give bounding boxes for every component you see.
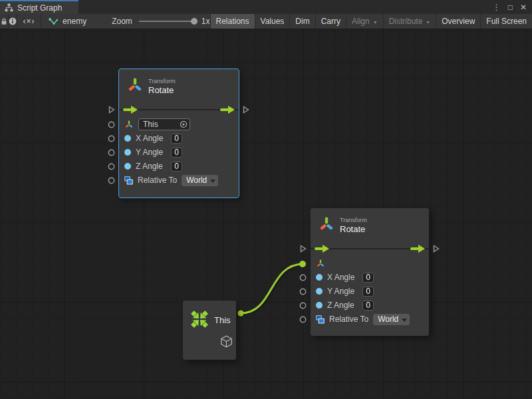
relative-to-row: Relative To World [119,174,239,188]
info-icon [9,17,17,25]
toolbar-button-distribute[interactable]: Distribute ▼ [384,14,437,29]
value-port-dot-icon [316,288,323,295]
y-angle-label: Y Angle [136,148,166,157]
chevron-down-icon: ▼ [426,20,430,25]
target-field-value: This [143,120,180,129]
toolbar-button-relations[interactable]: Relations [211,14,255,29]
transform-icon [316,259,325,269]
button-label: Carry [321,17,340,26]
flow-output-port[interactable] [433,245,440,253]
toolbar-button-carry[interactable]: Carry [316,14,346,29]
flow-input-port[interactable] [108,106,115,114]
rotate-node-2[interactable]: Transform Rotate X Angle [311,208,429,336]
target-input-port[interactable] [108,121,115,128]
y-angle-row: Y Angle 0 [119,146,239,160]
graph-canvas[interactable]: Transform Rotate This [0,29,532,399]
toolbar-button-dim[interactable]: Dim [290,14,315,29]
button-label: Relations [216,17,249,26]
flow-input-port[interactable] [300,245,307,253]
graph-toolbar: ‹×› enemy Zoom 1x Relations Values Dim C… [0,14,532,29]
relative-to-dropdown[interactable]: World [373,314,410,325]
y-angle-value-field[interactable]: 0 [171,148,182,158]
dropdown-value: World [186,176,207,185]
node-title-label: Rotate [340,224,365,234]
toolbar-button-values[interactable]: Values [255,14,291,29]
z-angle-label: Z Angle [327,301,358,310]
brackets-x-button[interactable]: ‹×› [17,14,41,29]
transform-icon [126,76,144,94]
node-category-label: Transform [148,78,176,84]
value-port-dot-icon [316,302,323,309]
close-icon[interactable]: ✕ [520,3,527,11]
flow-input-arrow-icon [315,245,329,253]
rotate-node-1[interactable]: Transform Rotate This [119,69,239,198]
toolbar-button-fullscreen[interactable]: Full Screen [481,14,532,29]
z-angle-row: Z Angle 0 [311,299,429,313]
x-angle-row: X Angle 0 [311,271,429,285]
flow-output-arrow-icon [220,106,235,114]
z-angle-input-port[interactable] [299,302,307,309]
x-angle-input-port[interactable] [299,274,307,281]
x-angle-input-port[interactable] [108,135,115,142]
graph-name-label[interactable]: enemy [63,17,86,26]
maximize-icon[interactable]: □ [508,3,513,11]
z-angle-value-field[interactable]: 0 [171,162,182,172]
lock-icon [0,17,8,25]
y-angle-value-field[interactable]: 0 [362,287,374,297]
chevron-down-icon: ▼ [373,20,378,25]
target-row [311,257,429,271]
connections-layer [0,29,532,399]
button-label: Values [261,17,285,26]
y-angle-label: Y Angle [327,287,358,296]
rotate-node-2-target-input-port[interactable] [299,261,306,267]
zoom-slider[interactable] [139,21,196,22]
window-menu-icon[interactable]: ⋮ [493,3,501,11]
tab-script-graph[interactable]: Script Graph [0,0,78,14]
button-label: Full Screen [486,17,527,26]
toolbar-buttons: Relations Values Dim Carry Align ▼ Distr… [211,14,532,29]
enum-icon [316,315,325,324]
z-angle-value-field[interactable]: 0 [362,301,374,311]
button-label: Distribute [389,17,423,26]
tab-label: Script Graph [17,3,62,13]
this-node-output-port[interactable] [238,311,244,317]
relative-to-dropdown[interactable]: World [182,175,218,186]
node-title-label: Rotate [148,85,174,95]
z-angle-row: Z Angle 0 [119,160,239,174]
target-field[interactable]: This [138,118,190,130]
value-port-dot-icon [316,274,323,281]
this-converge-icon [188,308,211,331]
relative-to-input-port[interactable] [299,316,307,323]
value-port-dot-icon [124,135,131,142]
chevron-down-icon [402,319,407,322]
enum-icon [124,176,133,185]
x-angle-value-field[interactable]: 0 [171,134,182,144]
z-angle-label: Z Angle [136,162,166,171]
transform-icon [124,120,134,130]
connection-wire[interactable] [241,264,303,313]
toolbar-button-overview[interactable]: Overview [436,14,481,29]
node-category-label: Transform [340,217,367,223]
x-angle-value-field[interactable]: 0 [362,273,374,283]
dropdown-value: World [378,315,398,324]
value-port-dot-icon [124,149,131,156]
y-angle-input-port[interactable] [299,288,307,295]
flow-input-arrow-icon [123,106,138,114]
relative-to-input-port[interactable] [108,177,115,184]
this-node[interactable]: This [183,301,236,360]
hierarchy-icon [5,3,13,12]
lock-button[interactable] [0,14,9,29]
x-angle-label: X Angle [136,134,166,143]
info-button[interactable] [9,14,17,29]
flow-output-port[interactable] [243,106,249,114]
brackets-x-glyph: ‹×› [23,17,35,26]
target-picker-icon[interactable] [180,120,188,128]
y-angle-input-port[interactable] [108,149,115,156]
cube-icon [220,335,233,348]
zoom-level-label: 1x [201,17,210,26]
node-title-label: This [214,315,231,325]
zoom-slider-thumb[interactable] [191,18,198,25]
z-angle-input-port[interactable] [108,163,115,170]
toolbar-button-align[interactable]: Align ▼ [346,14,384,29]
graph-breadcrumb-segment: enemy Zoom 1x [41,14,210,29]
